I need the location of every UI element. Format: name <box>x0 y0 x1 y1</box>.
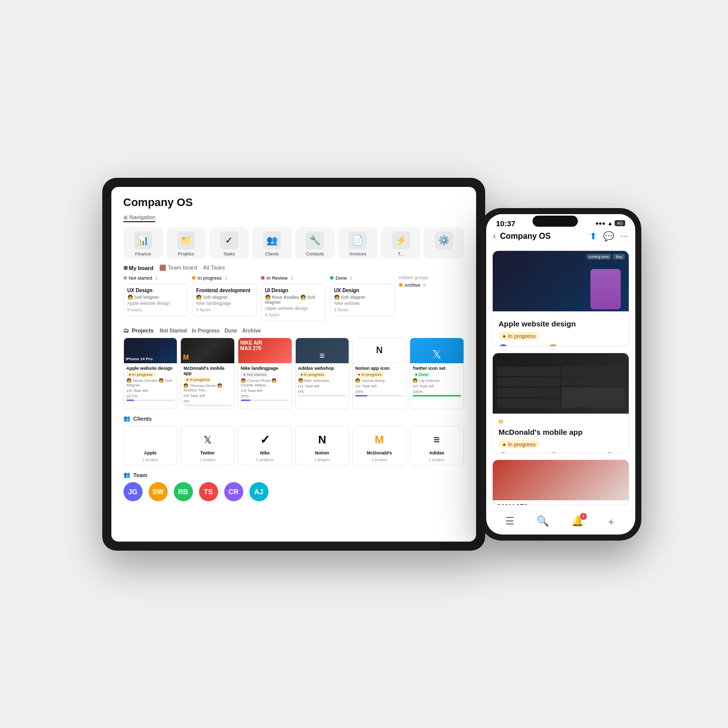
team-member-3[interactable]: RB <box>174 482 193 501</box>
tab-my-board[interactable]: My board <box>123 264 154 271</box>
project-card-mcd[interactable]: M McDonald's mobile app ● In progress 🧑 … <box>180 338 235 409</box>
team-section-label: Team <box>134 472 148 478</box>
tab-in-progress[interactable]: In Progress <box>192 328 220 334</box>
phone-project-name-mcd: McDonald's mobile app <box>499 428 623 436</box>
twitter-logo: 𝕏 <box>199 431 216 448</box>
contacts-label: Contacts <box>306 251 324 256</box>
card-person: 🧑 Solt Wagner <box>196 295 253 300</box>
status-bar: 10:37 ●●● ▲ 4G <box>486 214 635 228</box>
icon-card-clients[interactable]: 👥 Clients <box>252 227 292 258</box>
card-time: 8 hours <box>127 307 184 312</box>
icon-card-extra1[interactable]: ⚡ T... <box>381 227 421 258</box>
card-desc: Nike website <box>334 301 391 306</box>
client-card-nike[interactable]: ✓ Nike 2 projects <box>238 426 292 466</box>
in-review-dot <box>261 276 264 280</box>
phone-project-card-apple[interactable]: coming soon Buy Apple website design ● I… <box>492 250 629 347</box>
icon-card-settings[interactable]: ⚙️ <box>424 227 464 258</box>
team-member-5[interactable]: CR <box>224 482 243 501</box>
team-member-4[interactable]: TS <box>199 482 218 501</box>
avatar-4: TS <box>199 482 218 501</box>
client-name: Adidas <box>429 450 444 455</box>
search-icon[interactable]: 🔍 <box>537 515 549 528</box>
project-thumb-nike: NIKE AIRMAX 270 <box>238 338 292 363</box>
client-card-notion[interactable]: N Notion 1 project <box>295 426 350 466</box>
kanban-col-in-review: In Review 1 UI Design 🧑 Rose Bradley 🧑 S… <box>261 275 326 321</box>
board-tabs: My board 🟫 Team board All Tasks <box>123 264 464 271</box>
iphone-mockup <box>590 269 621 309</box>
tablet-device: Company OS ⊞ Navigation 📊 Finance 📁 Proj… <box>102 178 485 551</box>
phone-notch <box>533 216 578 227</box>
kanban-card-ux-design[interactable]: UX Design 🧑 Solt Wagner Apple website de… <box>123 284 188 316</box>
project-status: ● In progress <box>298 372 327 377</box>
team-member-1[interactable]: JG <box>123 482 143 501</box>
scene: Company OS ⊞ Navigation 📊 Finance 📁 Proj… <box>87 158 641 571</box>
tab-archive[interactable]: Archive <box>242 328 261 334</box>
client-card-twitter[interactable]: 𝕏 Twitter 1 project <box>180 426 235 466</box>
client-card-adidas[interactable]: ≡ Adidas 1 project <box>410 426 464 466</box>
chat-icon[interactable]: 💬 <box>603 231 614 242</box>
tab-all-tasks[interactable]: All Tasks <box>203 264 225 271</box>
project-card-nike[interactable]: NIKE AIRMAX 270 Nike landingpage ● Not s… <box>238 338 292 409</box>
project-card-notion[interactable]: N Notion app icon ● In progress 🧑 Leonat… <box>352 338 407 409</box>
share-icon[interactable]: ⬆ <box>589 231 597 242</box>
icon-card-finance[interactable]: 📊 Finance <box>123 227 163 258</box>
client-card-mcd[interactable]: M McDonald's 1 project <box>352 426 407 466</box>
phone-project-info-apple: Apple website design ● In progress JG Ja… <box>493 311 629 347</box>
kanban-card-frontend[interactable]: Frontend development 🧑 Solt Wagner Nike … <box>192 284 257 316</box>
kanban-card-ui-design[interactable]: UI Design 🧑 Rose Bradley 🧑 Solt Wagner A… <box>261 284 326 321</box>
tablet-content: Company OS ⊞ Navigation 📊 Finance 📁 Proj… <box>111 187 476 542</box>
add-icon[interactable]: ＋ <box>606 515 616 528</box>
col-header-archive: Archive 0 <box>399 282 464 288</box>
kanban-col-in-progress: In progress 1 Frontend development 🧑 Sol… <box>192 275 257 321</box>
not-started-count: 1 <box>155 276 158 281</box>
done-label: Done <box>336 275 347 281</box>
finance-icon: 📊 <box>134 231 152 249</box>
project-card-twitter[interactable]: 𝕏 Twitter icon set ● Done 🧑 Lily Holmes … <box>410 338 464 409</box>
phone-status-icons: ●●● ▲ 4G <box>595 220 625 226</box>
progress-bar <box>355 395 404 396</box>
client-name: Apple <box>144 450 157 455</box>
icon-card-invoices[interactable]: 📄 Invoices <box>338 227 378 258</box>
back-button[interactable]: ‹ <box>493 231 496 241</box>
phone-header-actions: ⬆ 💬 ··· <box>589 231 628 242</box>
col-header-done: Done 1 <box>330 275 395 281</box>
phone-badge-mcd: ● In progress <box>499 440 540 448</box>
notification-icon[interactable]: 🔔 4 <box>571 515 584 528</box>
icon-card-tasks[interactable]: ✓ Tasks <box>209 227 249 258</box>
notion-logo: N <box>353 338 406 363</box>
done-count: 1 <box>350 276 353 281</box>
project-percent: 20% <box>241 394 289 399</box>
project-status: ● In progress <box>355 372 384 377</box>
phone-avatar-jg: JG <box>499 344 508 347</box>
team-member-6[interactable]: AJ <box>249 482 269 501</box>
not-started-label: Not started <box>129 275 152 281</box>
card-title: UI Design <box>265 288 322 293</box>
tab-not-started[interactable]: Not Started <box>160 328 187 334</box>
menu-icon[interactable]: ☰ <box>505 515 514 528</box>
team-member-2[interactable]: SW <box>149 482 168 501</box>
project-name: Nike landingpage <box>241 366 289 371</box>
settings-icon: ⚙️ <box>435 231 453 249</box>
tab-done[interactable]: Done <box>225 328 237 334</box>
phone-project-card-mcd[interactable]: M McDonald's mobile app ● In progress TS… <box>492 353 629 453</box>
archive-label: Archive <box>405 282 421 288</box>
project-card-adidas[interactable]: ≡ Adidas webshop ● In progress 🧑 Alex Jo… <box>295 338 350 409</box>
kanban-card-ux-done[interactable]: UX Design 🧑 Solt Wagner Nike website 3 h… <box>330 284 395 316</box>
col-header-not-started: Not started 1 <box>123 275 188 281</box>
kanban-col-not-started: Not started 1 UX Design 🧑 Solt Wagner Ap… <box>123 275 188 321</box>
icon-card-projects[interactable]: 📁 Projetcs <box>166 227 206 258</box>
tab-team-board[interactable]: 🟫 Team board <box>159 264 197 271</box>
project-tasks: 1/4 Task left <box>355 384 404 388</box>
in-review-label: In Review <box>267 275 288 281</box>
more-icon[interactable]: ··· <box>620 231 628 242</box>
icon-card-contacts[interactable]: 🔧 Contacts <box>295 227 335 258</box>
project-name: Adidas webshop <box>298 366 347 371</box>
project-card-apple[interactable]: iPhone 14 Pro Apple website design ● In … <box>123 338 178 409</box>
col-header-in-review: In Review 1 <box>261 275 326 281</box>
kanban-col-hidden: Hidden groups Archive 0 <box>399 275 464 321</box>
phone-project-card-nike[interactable]: MAX 270 $160 <box>492 459 629 505</box>
archive-count: 0 <box>423 283 426 288</box>
nav-tab[interactable]: ⊞ Navigation <box>123 214 156 222</box>
client-card-apple[interactable]: Apple 1 project <box>123 426 178 466</box>
clients-section-label: Clients <box>134 416 152 422</box>
